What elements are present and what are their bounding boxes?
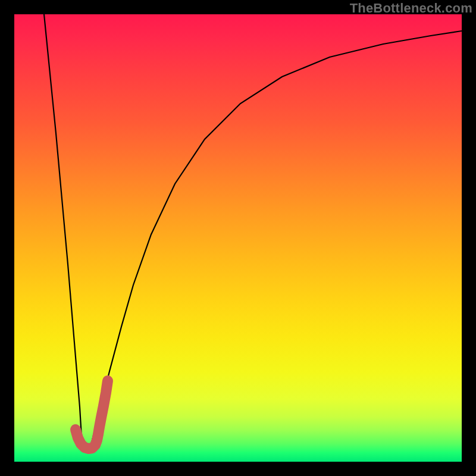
- left-branch-curve: [44, 14, 82, 437]
- curve-layer: [14, 14, 462, 462]
- watermark-text: TheBottleneck.com: [350, 0, 472, 17]
- plot-area: [14, 14, 462, 462]
- right-branch-curve: [92, 31, 462, 443]
- chart-frame: TheBottleneck.com: [0, 0, 476, 476]
